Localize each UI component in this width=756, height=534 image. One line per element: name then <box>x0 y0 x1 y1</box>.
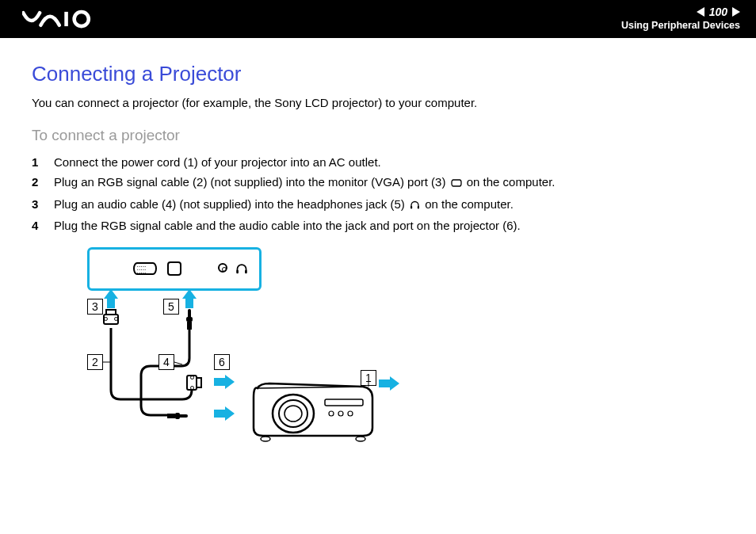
svg-point-15 <box>356 437 365 441</box>
section-name: Using Peripheral Devices <box>621 19 740 32</box>
step-number: 3 <box>32 194 43 216</box>
step-text: Plug an RGB signal cable (2) (not suppli… <box>54 172 555 194</box>
page-number: 100 <box>708 5 729 19</box>
svg-rect-2 <box>452 180 461 186</box>
step-2: 2 Plug an RGB signal cable (2) (not supp… <box>32 172 724 194</box>
arrow-right-icon <box>214 374 235 388</box>
step-3: 3 Plug an audio cable (4) (not supplied)… <box>32 194 724 216</box>
header-bar: 100 Using Peripheral Devices <box>0 0 756 38</box>
header-right: 100 Using Peripheral Devices <box>621 5 740 32</box>
audio-connector-icon <box>167 413 188 419</box>
step-1: 1 Connect the power cord (1) of your pro… <box>32 152 724 173</box>
svg-rect-4 <box>418 206 419 209</box>
step-number: 2 <box>32 172 43 194</box>
vga-connector-icon <box>181 375 202 391</box>
page-navigation: 100 <box>621 5 740 19</box>
callout-4: 4 <box>158 354 174 370</box>
step-text: Plug an audio cable (4) (not supplied) i… <box>54 194 514 216</box>
page-content: Connecting a Projector You can connect a… <box>0 38 756 477</box>
headphones-icon <box>410 196 420 216</box>
monitor-icon <box>451 174 462 194</box>
prev-page-arrow-icon[interactable] <box>697 7 704 17</box>
step-text: Plug the RGB signal cable and the audio … <box>54 216 521 236</box>
svg-point-1 <box>74 12 89 26</box>
procedure-title: To connect a projector <box>32 127 724 144</box>
svg-rect-3 <box>410 206 412 209</box>
svg-rect-0 <box>64 12 68 26</box>
step-4: 4 Plug the RGB signal cable and the audi… <box>32 216 724 236</box>
step-number: 4 <box>32 216 43 236</box>
arrow-right-icon <box>214 406 235 420</box>
callout-6: 6 <box>214 354 230 370</box>
connection-diagram: ••••••••••••••• 3 5 <box>55 247 404 461</box>
steps-list: 1 Connect the power cord (1) of your pro… <box>32 152 724 236</box>
next-page-arrow-icon[interactable] <box>732 7 740 17</box>
step-text: Connect the power cord (1) of your proje… <box>54 152 381 173</box>
callout-1: 1 <box>361 370 376 386</box>
arrow-right-icon <box>379 376 399 390</box>
vaio-logo <box>22 9 105 29</box>
svg-point-9 <box>284 406 302 421</box>
page-title: Connecting a Projector <box>32 62 724 86</box>
svg-point-14 <box>261 437 270 441</box>
callout-2: 2 <box>87 354 103 370</box>
intro-text: You can connect a projector (for example… <box>32 94 724 113</box>
step-number: 1 <box>32 152 43 173</box>
